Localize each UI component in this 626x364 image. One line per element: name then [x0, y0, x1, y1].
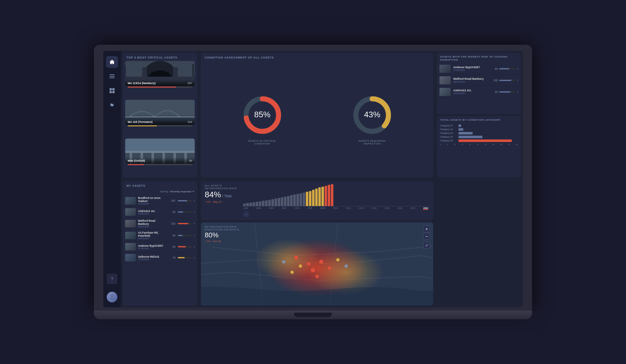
- map-zoom-in[interactable]: +: [423, 225, 430, 232]
- list-name-1: Bradford on Avon Viaduct: [138, 196, 167, 203]
- risk-date-3: 10/06/2024: [453, 92, 488, 95]
- donut2-label: ASSETS REQUIRINGINSPECTION: [358, 139, 386, 145]
- category-header: TOTAL ASSETS BY CONDITION CATEGORY: [437, 116, 521, 123]
- svg-rect-6: [112, 91, 115, 93]
- list-name-2: A34/A413 Jct.: [138, 210, 167, 213]
- map-percent: 80%: [205, 232, 239, 239]
- laptop-notch: [294, 313, 332, 317]
- asset-card-1[interactable]: M4 J13/14 (Newbury) 297: [125, 61, 195, 98]
- detr-change: ↑ 4% – May 24: [205, 200, 237, 203]
- list-chevron-6[interactable]: ›: [194, 256, 195, 260]
- list-thumb-2: [125, 208, 136, 216]
- list-item-1[interactable]: Bradford on Avon Viaduct 12/06/2024 187 …: [123, 195, 197, 207]
- risk-score-bar-2: 102: [490, 79, 515, 82]
- list-item-5[interactable]: Andover Byp/A3057 27/05/2024 84 ›: [123, 241, 197, 252]
- risk-item-3[interactable]: A34/A413 Jct. 10/06/2024 93 ›: [437, 86, 521, 98]
- risk-bar-fill-3: [499, 91, 511, 93]
- asset-card-3[interactable]: M40 (Oxford) 89: [125, 139, 195, 175]
- asset-card-2[interactable]: M4 J18 (Tormaton) 164: [125, 100, 195, 137]
- sort-dropdown-icon[interactable]: ▾: [192, 190, 194, 193]
- risk-item-1[interactable]: Andover Byp/A3057 27/05/2024 84 ›: [437, 63, 521, 75]
- cat-bar-5: [459, 139, 518, 142]
- detr-value-row: 84% / Year: [205, 190, 237, 199]
- svg-rect-5: [110, 91, 112, 93]
- risk-score-2: 102: [490, 79, 498, 82]
- svg-rect-18: [125, 100, 195, 115]
- timeline-prev[interactable]: ‹: [243, 211, 249, 217]
- risk-panel: ASSETS WITH THE HIGHEST RISK OF CAUSING …: [435, 51, 523, 179]
- year-2006: 2006: [307, 207, 312, 210]
- cat-bar-3: [459, 132, 518, 134]
- list-item-4[interactable]: A3 Farnham Rd, Peterfield 04/06/2024 66 …: [123, 230, 197, 241]
- cat-row-3: Category 03: [440, 132, 518, 134]
- bar-2000: [256, 202, 258, 206]
- asset-bar-fill-3: [128, 164, 144, 165]
- risk-chevron-3[interactable]: ›: [517, 90, 518, 94]
- list-chevron-3[interactable]: ›: [194, 222, 195, 225]
- bar-2002: [262, 201, 264, 206]
- risk-bar-3: [499, 91, 515, 93]
- list-bar-fill-3: [178, 223, 188, 224]
- list-thumb-4: [125, 232, 136, 239]
- condition-assessment-panel: CONDITION ASSESSMENT OF ALL ASSETS 85% A…: [201, 53, 433, 177]
- timeline-nav: ‹: [242, 211, 429, 217]
- list-thumb-6: [125, 254, 136, 261]
- sidebar-home[interactable]: [106, 56, 118, 68]
- list-chevron-5[interactable]: ›: [194, 245, 195, 249]
- asset-bar-3: [128, 164, 192, 165]
- bar-2014: [300, 193, 302, 206]
- list-item-3[interactable]: Welford Road Banbury 08/06/2024 102 ›: [123, 218, 197, 230]
- asset-img-3: M40 (Oxford) 89: [125, 139, 195, 164]
- user-avatar[interactable]: [107, 292, 117, 302]
- svg-point-37: [294, 255, 298, 260]
- list-thumb-3: [125, 220, 136, 227]
- asset-overlay-2: M4 J18 (Tormaton) 164: [125, 119, 195, 125]
- bar-2005: [271, 199, 274, 206]
- list-chevron-1[interactable]: ›: [194, 199, 195, 202]
- sidebar-help[interactable]: ?: [107, 274, 117, 284]
- year-2002: 2002: [282, 207, 287, 210]
- risk-thumb-2: [439, 76, 451, 84]
- list-chevron-2[interactable]: ›: [194, 210, 195, 214]
- detr-percent: 84%: [205, 190, 221, 199]
- svg-rect-21: [125, 151, 195, 153]
- bar-2020: [318, 187, 321, 206]
- risk-date-1: 27/05/2024: [453, 69, 488, 72]
- map-zoom-out[interactable]: −: [423, 233, 430, 240]
- sidebar-list[interactable]: [106, 70, 118, 82]
- map-expand[interactable]: ⤢: [423, 242, 430, 249]
- svg-point-46: [316, 275, 319, 278]
- cat-label-4: Category 04: [440, 135, 457, 138]
- bar-2021: [321, 187, 324, 206]
- cat-row-4: Category 04: [440, 135, 518, 138]
- svg-rect-4: [112, 88, 115, 90]
- bar-2019: [315, 189, 318, 206]
- sidebar-gallery[interactable]: [106, 85, 118, 97]
- bar-1999: [253, 202, 255, 206]
- cat-label-1: Category 01: [440, 124, 457, 127]
- list-info-1: Bradford on Avon Viaduct 12/06/2024: [138, 196, 167, 205]
- risk-bar-fill-2: [499, 80, 511, 81]
- list-bar-fill-1: [178, 200, 187, 201]
- cat-bar-fill-5: [459, 139, 512, 142]
- year-2004: 2004: [295, 207, 300, 210]
- bar-2010: [287, 196, 290, 206]
- list-name-5: Andover Byp/A3057: [138, 244, 167, 247]
- sort-select[interactable]: Recently inspected: [170, 190, 191, 193]
- asset-img-2: M4 J18 (Tormaton) 164: [125, 100, 195, 125]
- main-content: TOP 3 MOST CRITICAL ASSETS: [121, 51, 523, 307]
- sidebar-settings[interactable]: [106, 99, 118, 111]
- risk-chevron-1[interactable]: ›: [517, 67, 518, 70]
- bar-2006: [275, 199, 277, 206]
- list-chevron-4[interactable]: ›: [194, 234, 195, 237]
- list-bar-fill-6: [178, 257, 185, 258]
- cat-bar-fill-2: [459, 128, 463, 131]
- list-info-3: Welford Road Banbury 08/06/2024: [138, 219, 167, 228]
- risk-item-2[interactable]: Welford Road Banbury 08/06/2024 102 ›: [437, 75, 521, 86]
- risk-chevron-2[interactable]: ›: [517, 78, 518, 82]
- list-item-6[interactable]: Selborne Rd/A31 11/03/2024 76 ›: [123, 252, 197, 263]
- condition-header: CONDITION ASSESSMENT OF ALL ASSETS: [201, 53, 433, 61]
- list-item-2[interactable]: A34/A413 Jct. 10/06/2024 93 ›: [123, 207, 197, 218]
- list-name-6: Selborne Rd/A31: [138, 255, 167, 258]
- bar-2007: [278, 198, 280, 206]
